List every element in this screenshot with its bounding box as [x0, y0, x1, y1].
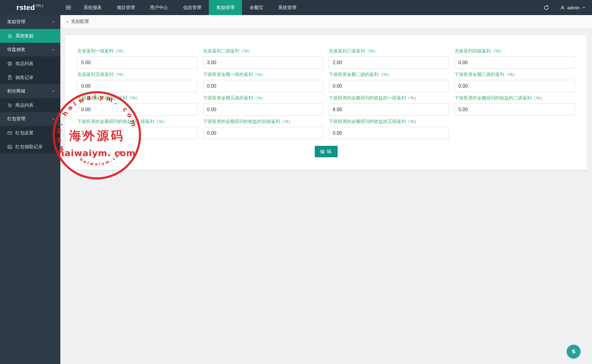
invest-profit-rebate-l3-input[interactable]	[77, 127, 198, 139]
refresh-button[interactable]	[538, 0, 554, 15]
tab-label: 用户中心	[150, 5, 168, 11]
logo[interactable]: rsted TP5.1	[0, 0, 60, 15]
form-actions: 编 辑	[77, 146, 575, 157]
sidebar-group-reward-management[interactable]: 奖励管理	[0, 15, 60, 29]
reward-config-card: 充值返利一级返利（%） 充值返利二级返利（%） 充值返利三级返利（%） 充值返利…	[65, 35, 587, 170]
field-label: 充值返利五级返利（%）	[77, 72, 198, 77]
field-label: 充值返利三级返利（%）	[329, 48, 449, 54]
field-label: 充值返利一级返利（%）	[77, 48, 198, 54]
chevron-down-icon	[51, 89, 56, 93]
invest-profit-rebate-l1-input[interactable]	[329, 103, 449, 116]
form-field: 下级投资金额一级的返利（%）	[203, 72, 323, 92]
field-label: 充值返利四级返利（%）	[454, 48, 575, 54]
sidebar-group-label: 转盘抽奖	[7, 47, 25, 52]
tab-label: 信息管理	[183, 5, 201, 11]
sidebar-item-label: 抽奖记录	[15, 75, 33, 80]
sidebar-item-red-packet-claim-records[interactable]: 红包领取记录	[0, 140, 60, 154]
chevron-down-icon	[51, 117, 56, 121]
invest-amount-rebate-l5-input[interactable]	[203, 103, 323, 116]
sidebar-group-label: 红包管理	[7, 116, 25, 122]
sidebar-item-label: 红包设置	[15, 130, 33, 136]
notification-mute-button[interactable]	[567, 345, 581, 359]
cart-icon	[7, 103, 12, 108]
field-label: 下级投资的金额得到的收益的一级返利（%）	[329, 95, 449, 101]
invest-profit-rebate-l4-input[interactable]	[203, 127, 323, 139]
invest-profit-rebate-l5-input[interactable]	[329, 127, 449, 139]
breadcrumb-chevrons-icon: »	[66, 19, 68, 24]
image-icon	[7, 144, 12, 149]
field-label: 下级投资金额三级的返利（%）	[454, 72, 575, 77]
chevron-up-icon	[582, 5, 586, 10]
bell-slash-icon	[570, 348, 578, 356]
field-label: 下级投资的金额得到的收益的二级返利（%）	[454, 95, 575, 101]
sidebar-item-label: 系统奖励	[15, 33, 33, 39]
form-field: 下级投资金额二级的返利（%）	[329, 72, 449, 92]
user-menu[interactable]: admin	[554, 0, 592, 15]
form-field: 充值返利三级返利（%）	[329, 48, 449, 69]
chevron-down-icon	[51, 48, 56, 52]
breadcrumb: » 奖励配置	[60, 15, 592, 28]
recharge-rebate-l4-input[interactable]	[454, 56, 575, 69]
form-field: 充值返利五级返利（%）	[77, 72, 198, 92]
recharge-rebate-l2-input[interactable]	[203, 56, 323, 69]
form-field: 充值返利四级返利（%）	[454, 48, 575, 69]
field-label: 下级投资金额四级的返利（%）	[77, 95, 198, 101]
sidebar-item-label: 奖品列表	[15, 61, 33, 67]
logo-version: TP5.1	[36, 4, 44, 8]
tab-system-reports[interactable]: 系统报表	[76, 0, 109, 15]
form-field: 下级投资金额四级的返利（%）	[77, 95, 198, 116]
username: admin	[567, 5, 580, 10]
sidebar-item-product-list[interactable]: 商品列表	[0, 98, 60, 112]
tab-user-center[interactable]: 用户中心	[142, 0, 176, 15]
invest-amount-rebate-l2-input[interactable]	[329, 80, 449, 92]
sidebar-group-wheel-lottery[interactable]: 转盘抽奖	[0, 43, 60, 57]
main-content: » 奖励配置 充值返利一级返利（%） 充值返利二级返利（%） 充值返利三级返利（…	[60, 15, 592, 364]
field-label: 下级投资的金额得到的收益的四级返利（%）	[203, 119, 323, 124]
form-field: 充值返利一级返利（%）	[77, 48, 198, 69]
admin-app: rsted TP5.1 系统报表 项目管理 用户中心 信息管理 奖励管理 余额宝…	[0, 0, 592, 364]
field-label: 下级投资金额五级的返利（%）	[203, 95, 323, 101]
sidebar-item-prize-list[interactable]: 奖品列表	[0, 57, 60, 71]
tab-yuebao[interactable]: 余额宝	[242, 0, 271, 15]
sidebar-item-label: 红包领取记录	[15, 144, 43, 150]
logo-text: rsted	[17, 3, 35, 12]
refresh-icon	[543, 5, 549, 11]
form-field: 下级投资的金额得到的收益的一级返利（%）	[329, 95, 449, 116]
tab-reward-management[interactable]: 奖励管理	[209, 0, 242, 15]
clipboard-icon	[7, 75, 12, 80]
recharge-rebate-l1-input[interactable]	[77, 56, 198, 69]
invest-amount-rebate-l4-input[interactable]	[77, 103, 198, 116]
invest-amount-rebate-l3-input[interactable]	[454, 80, 575, 92]
sidebar-group-red-packet[interactable]: 红包管理	[0, 112, 60, 126]
recharge-rebate-l3-input[interactable]	[329, 56, 449, 69]
field-label: 下级投资的金额得到的收益的五级返利（%）	[329, 119, 449, 124]
tab-project-management[interactable]: 项目管理	[109, 0, 142, 15]
form-field: 充值返利二级返利（%）	[203, 48, 323, 69]
sidebar-group-label: 奖励管理	[7, 19, 25, 25]
sidebar-item-lottery-records[interactable]: 抽奖记录	[0, 71, 60, 84]
sidebar-item-red-packet-settings[interactable]: 红包设置	[0, 126, 60, 140]
tab-system-management[interactable]: 系统管理	[271, 0, 304, 15]
topbar: rsted TP5.1 系统报表 项目管理 用户中心 信息管理 奖励管理 余额宝…	[0, 0, 592, 15]
tab-info-management[interactable]: 信息管理	[176, 0, 209, 15]
form-field: 下级投资金额三级的返利（%）	[454, 72, 575, 92]
field-label: 下级投资金额二级的返利（%）	[329, 72, 449, 77]
recharge-rebate-l5-input[interactable]	[77, 80, 198, 92]
field-label: 充值返利二级返利（%）	[203, 48, 323, 54]
star-icon	[7, 33, 12, 39]
sidebar-item-system-reward[interactable]: 系统奖励	[0, 29, 60, 43]
tab-label: 系统管理	[278, 5, 296, 11]
topbar-right: admin	[538, 0, 592, 15]
user-icon	[560, 5, 565, 10]
form-field-spacer	[454, 119, 575, 139]
edit-button[interactable]: 编 辑	[315, 146, 338, 157]
invest-profit-rebate-l2-input[interactable]	[454, 103, 575, 116]
invest-amount-rebate-l1-input[interactable]	[203, 80, 323, 92]
field-label: 下级投资金额一级的返利（%）	[203, 72, 323, 77]
form-field: 下级投资的金额得到的收益的三级返利（%）	[77, 119, 198, 139]
form-field: 下级投资金额五级的返利（%）	[203, 95, 323, 116]
sidebar-group-label: 积分商城	[7, 88, 25, 94]
tab-label: 系统报表	[84, 5, 102, 11]
sidebar-toggle-icon[interactable]	[60, 0, 76, 15]
sidebar-group-points-mall[interactable]: 积分商城	[0, 84, 60, 98]
